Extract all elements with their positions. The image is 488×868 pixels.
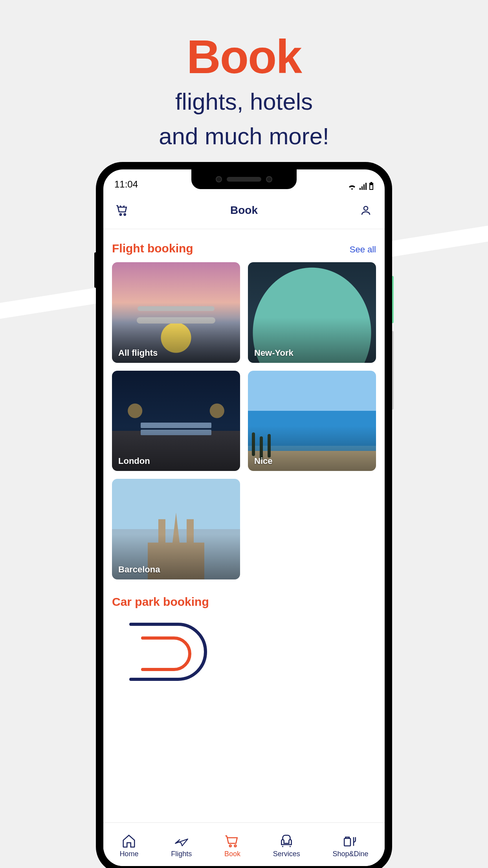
phone-frame: 11:04 Book [96,162,392,868]
content-scroll[interactable]: Flight booking See all All flights New-Y… [103,229,385,823]
flight-booking-header: Flight booking See all [112,242,376,255]
svg-point-1 [124,213,126,215]
card-label: All flights [118,348,158,358]
home-icon [121,833,136,848]
tab-label: Book [224,850,240,858]
card-nice[interactable]: Nice [248,371,376,471]
shop-dine-icon [342,833,359,848]
tab-bar: Home Flights Book Services [103,823,385,866]
tab-label: Flights [171,850,192,858]
flight-booking-grid: All flights New-York London Nice Barcelo… [112,262,376,579]
car-park-title: Car park booking [112,595,209,609]
status-time: 11:04 [114,179,138,190]
card-barcelona[interactable]: Barcelona [112,479,240,579]
svg-rect-5 [344,838,350,846]
app-header: Book [103,191,385,229]
wifi-icon [348,183,356,190]
phone-screen: 11:04 Book [103,169,385,866]
promo-subtitle-1: flights, hotels [0,85,488,118]
cart-icon[interactable] [114,202,130,218]
svg-point-0 [120,213,121,215]
svg-point-2 [364,206,368,210]
card-new-york[interactable]: New-York [248,262,376,363]
tab-book[interactable]: Book [224,833,240,858]
card-label: Barcelona [118,565,160,575]
car-park-header: Car park booking [112,595,376,609]
parking-icon [115,616,217,687]
tab-label: Services [273,850,300,858]
power-button [392,276,394,323]
card-label: London [118,456,150,466]
card-car-park[interactable] [112,616,239,687]
cart-icon [224,833,240,848]
promo-headline: Book flights, hotels and much more! [0,29,488,153]
flight-booking-title: Flight booking [112,242,193,255]
armchair-icon [279,833,294,848]
page-title: Book [230,204,258,217]
profile-icon[interactable] [358,202,374,218]
battery-icon [369,182,374,190]
signal-icon [359,183,367,190]
tab-home[interactable]: Home [119,833,138,858]
card-london[interactable]: London [112,371,240,471]
tab-flights[interactable]: Flights [171,833,192,858]
promo-title: Book [0,29,488,84]
plane-icon [173,833,190,848]
volume-button [94,252,96,288]
side-button [392,331,394,410]
tab-label: Home [119,850,138,858]
tab-label: Shop&Dine [333,850,369,858]
see-all-link[interactable]: See all [350,245,376,255]
card-label: Nice [254,456,272,466]
tab-services[interactable]: Services [273,833,300,858]
svg-point-3 [229,845,231,847]
card-label: New-York [254,348,294,358]
promo-subtitle-2: and much more! [0,120,488,153]
tab-shop-dine[interactable]: Shop&Dine [333,833,369,858]
notch [191,169,297,189]
card-all-flights[interactable]: All flights [112,262,240,363]
svg-point-4 [235,845,237,847]
